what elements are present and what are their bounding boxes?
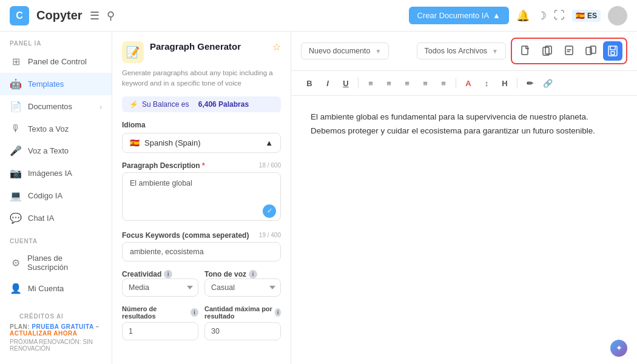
sidebar-label: Panel de Control (28, 57, 87, 66)
credits-section: CRÉDITOS AI PLAN: PRUEBA GRATUITA – ACTU… (0, 300, 112, 354)
search-icon[interactable]: ⚲ (107, 9, 115, 22)
main-layout: PANEL IA ⊞ Panel de Control 🤖 Templates … (0, 32, 637, 364)
action-doc-btn-3[interactable] (559, 41, 579, 61)
sidebar-item-planes[interactable]: ⚙ Planes de Suscripción (0, 248, 112, 277)
num-results-input[interactable] (122, 322, 198, 340)
max-per-result-info-icon[interactable]: i (275, 308, 281, 317)
credits-ai-label: CRÉDITOS AI (10, 305, 102, 323)
editor-ai-badge[interactable]: ✦ (610, 340, 627, 357)
settings-icon: ⚙ (10, 257, 21, 269)
grid-icon: ⊞ (10, 56, 22, 67)
editor-panel: Nuevo documento ▼ Todos los Archivos ▼ (291, 32, 637, 364)
renewal-text: PRÓXIMA RENOVACIÓN: SIN RENOVACIÓN (10, 339, 102, 352)
num-results-label: Número de resultados (122, 305, 188, 320)
logo-text: Copyter (36, 8, 83, 22)
sidebar-item-voz-texto[interactable]: 🎤 Voz a Texto (0, 140, 112, 162)
user-icon: 👤 (10, 283, 22, 294)
hamburger-icon[interactable]: ☰ (90, 9, 99, 22)
focus-keywords-input[interactable] (122, 242, 281, 261)
tone-group: Tono de voz i Casual (204, 270, 281, 297)
format-heading[interactable]: H (496, 75, 513, 92)
sidebar-label: Imágenes IA (28, 169, 72, 178)
sidebar-item-imagenes[interactable]: 📷 Imágenes IA (0, 162, 112, 184)
format-toolbar: B I U ≡ ≡ ≡ ≡ ≡ A ↕ H ✏ 🔗 (291, 71, 637, 96)
focus-label: Focus Keywords (comma seperated) (122, 231, 249, 240)
format-bold[interactable]: B (301, 75, 318, 92)
avatar[interactable] (608, 6, 627, 25)
moon-icon[interactable]: ☽ (537, 9, 547, 22)
chevron-up-icon: ▲ (493, 11, 500, 20)
action-save-btn[interactable] (603, 41, 622, 61)
paragraph-textarea-wrapper: ✓ (122, 172, 281, 223)
tone-label: Tono de voz (204, 270, 246, 278)
editor-action-icons (511, 38, 627, 64)
tool-icon-box: 📝 (122, 41, 144, 63)
paragraph-desc-group: Paragraph Description * 18 / 600 ✓ (122, 161, 281, 223)
max-per-result-input[interactable] (204, 322, 281, 340)
action-doc-btn-2[interactable] (538, 41, 557, 61)
format-list[interactable]: ≡ (435, 75, 452, 92)
audio-icon: 🎤 (10, 145, 22, 157)
format-underline[interactable]: U (337, 75, 354, 92)
language-select[interactable]: 🇪🇸 Spanish (Spain) ▲ (122, 133, 281, 153)
creativity-label: Creatividad (122, 270, 161, 278)
upgrade-link[interactable]: ACTUALIZAR AHORA (10, 330, 78, 337)
format-align-right[interactable]: ≡ (399, 75, 416, 92)
files-selector[interactable]: Todos los Archivos ▼ (417, 42, 506, 59)
ai-assist-badge[interactable]: ✓ (263, 204, 276, 218)
format-link[interactable]: 🔗 (539, 75, 556, 92)
tool-title: Paragraph Generator (150, 41, 266, 52)
max-per-result-label: Cantidad máxima por resultado (204, 305, 272, 320)
star-icon[interactable]: ☆ (272, 41, 281, 53)
num-results-group: Número de resultados i (122, 305, 198, 340)
sidebar-label: Mi Cuenta (28, 284, 64, 293)
format-align-justify[interactable]: ≡ (417, 75, 434, 92)
paragraph-icon: 📝 (126, 46, 140, 59)
sidebar-item-texto-voz[interactable]: 🎙 Texto a Voz (0, 118, 112, 140)
creativity-info-icon[interactable]: i (164, 270, 172, 278)
create-doc-button[interactable]: Crear Documento IA ▲ (409, 7, 509, 24)
chevron-right-icon: › (99, 103, 102, 110)
tone-select[interactable]: Casual (204, 278, 281, 297)
cuenta-label: CUENTA (0, 229, 112, 248)
paragraph-desc-label: Paragraph Description * (122, 161, 205, 170)
sidebar-item-mi-cuenta[interactable]: 👤 Mi Cuenta (0, 277, 112, 300)
format-align-center[interactable]: ≡ (380, 75, 397, 92)
camera-icon: 📷 (10, 167, 22, 179)
idioma-label: Idioma (122, 121, 281, 129)
sidebar-item-codigo[interactable]: 💻 Código IA (0, 184, 112, 207)
format-align-left[interactable]: ≡ (362, 75, 379, 92)
sidebar-item-documentos[interactable]: 📄 Documentos › (0, 95, 112, 118)
num-results-row: Número de resultados i Cantidad máxima p… (122, 305, 281, 340)
format-italic[interactable]: I (319, 75, 336, 92)
sidebar-label: Código IA (28, 191, 62, 200)
credits-plan: PLAN: PRUEBA GRATUITA – ACTUALIZAR AHORA (10, 323, 102, 337)
tool-description: Generate paragraphs about any topic incl… (122, 68, 281, 89)
editor-text: El ambiente global es fundamental para l… (311, 110, 618, 138)
chevron-down-icon: ▼ (375, 48, 381, 55)
bell-icon[interactable]: 🔔 (516, 9, 530, 22)
format-font-color[interactable]: A (460, 75, 477, 92)
action-doc-btn-4[interactable] (581, 41, 601, 61)
logo-icon: C (10, 6, 29, 25)
sidebar-item-chat[interactable]: 💬 Chat IA (0, 207, 112, 229)
format-highlight[interactable]: ✏ (521, 75, 538, 92)
paragraph-textarea[interactable] (122, 172, 281, 221)
format-line-height[interactable]: ↕ (478, 75, 495, 92)
creativity-select[interactable]: Media (122, 278, 198, 297)
creativity-group: Creatividad i Media (122, 270, 198, 297)
sidebar-item-templates[interactable]: 🤖 Templates (0, 73, 112, 95)
editor-content[interactable]: El ambiente global es fundamental para l… (291, 96, 637, 364)
num-results-info-icon[interactable]: i (190, 308, 198, 317)
sidebar-label: Voz a Texto (28, 146, 69, 155)
sidebar-label: Documentos (28, 102, 72, 111)
tone-info-icon[interactable]: i (249, 270, 257, 278)
language-value: Spanish (Spain) (144, 138, 201, 147)
sidebar-item-panel-control[interactable]: ⊞ Panel de Control (0, 50, 112, 73)
max-per-result-group: Cantidad máxima por resultado i (204, 305, 281, 340)
action-doc-btn-1[interactable] (516, 41, 535, 61)
expand-icon[interactable]: ⛶ (554, 9, 565, 22)
panel-ia-label: PANEL IA (0, 32, 112, 50)
language-badge[interactable]: 🇪🇸 ES (572, 10, 601, 22)
doc-selector[interactable]: Nuevo documento ▼ (301, 42, 389, 59)
